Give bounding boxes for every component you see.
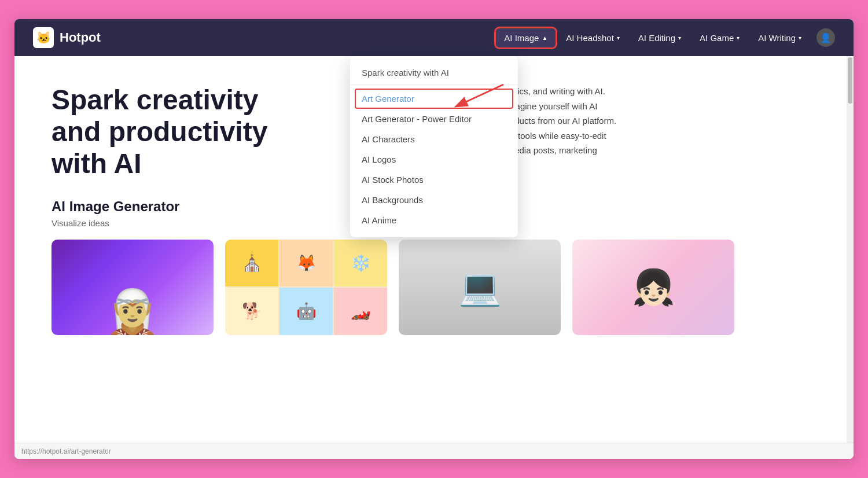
browser-window: 🐱 Hotpot AI Image ▲ AI Headshot ▾ AI Edi… (14, 19, 854, 459)
dropdown-header: Spark creativity with AI (350, 63, 518, 85)
hero-title: Spark creativity and productivity with A… (52, 84, 295, 180)
user-avatar[interactable]: 👤 (816, 28, 835, 47)
chevron-down-icon-4: ▾ (799, 35, 801, 41)
brand-icon-symbol: 🐱 (36, 31, 51, 45)
dropdown-item-ai-characters[interactable]: AI Characters (350, 129, 518, 149)
nav-item-ai-headshot[interactable]: AI Headshot ▾ (558, 28, 628, 47)
scrollbar-thumb[interactable] (848, 57, 852, 104)
status-url: https://hotpot.ai/art-generator (21, 447, 111, 455)
dropdown-item-art-generator-power[interactable]: Art Generator - Power Editor (350, 109, 518, 129)
dropdown-item-ai-anime[interactable]: AI Anime (350, 210, 518, 230)
navbar: 🐱 Hotpot AI Image ▲ AI Headshot ▾ AI Edi… (14, 19, 854, 56)
ai-image-dropdown: Spark creativity with AI Art Generator A… (350, 56, 518, 237)
scrollbar[interactable] (847, 56, 854, 459)
chevron-up-icon: ▲ (542, 35, 547, 41)
nav-item-ai-game-label: AI Game (700, 33, 734, 43)
dropdown-item-art-generator[interactable]: Art Generator (355, 89, 513, 109)
nav-item-ai-editing[interactable]: AI Editing ▾ (630, 28, 689, 47)
nav-item-ai-writing-label: AI Writing (758, 33, 796, 43)
nav-item-ai-game[interactable]: AI Game ▾ (692, 28, 748, 47)
anime-emoji: 👧🏻 (632, 267, 675, 308)
brand-logo[interactable]: 🐱 Hotpot (33, 27, 101, 48)
icons-cell-6: 🏎️ (334, 288, 387, 335)
hero-description-text: Hotp… graphics, and writing with AI. Vis… (466, 84, 816, 172)
image-card-elf[interactable] (52, 240, 214, 335)
image-card-icons[interactable]: ⛪ 🦊 ❄️ 🐕 🤖 🏎️ (225, 240, 387, 335)
laptop-emoji: 💻 (458, 267, 502, 308)
nav-item-ai-editing-label: AI Editing (638, 33, 675, 43)
chevron-down-icon: ▾ (617, 35, 620, 41)
icons-cell-4: 🐕 (225, 288, 278, 335)
nav-item-ai-headshot-label: AI Headshot (566, 33, 614, 43)
status-bar: https://hotpot.ai/art-generator (14, 443, 854, 459)
icons-cell-1: ⛪ (225, 240, 278, 287)
dropdown-item-ai-logos[interactable]: AI Logos (350, 149, 518, 170)
chevron-down-icon-3: ▾ (737, 35, 740, 41)
nav-item-ai-writing[interactable]: AI Writing ▾ (750, 28, 810, 47)
brand-name: Hotpot (60, 30, 101, 45)
nav-item-ai-image[interactable]: AI Image ▲ (496, 28, 556, 47)
brand-icon: 🐱 (33, 27, 54, 48)
icons-cell-5: 🤖 (279, 288, 333, 335)
chevron-down-icon-2: ▾ (678, 35, 681, 41)
icons-cell-3: ❄️ (334, 240, 387, 287)
dropdown-item-ai-backgrounds[interactable]: AI Backgrounds (350, 190, 518, 210)
nav-item-ai-image-label: AI Image (504, 33, 539, 43)
image-grid: ⛪ 🦊 ❄️ 🐕 🤖 🏎️ 💻 👧🏻 (52, 240, 816, 335)
hero-description: Hotp… graphics, and writing with AI. Vis… (466, 84, 816, 172)
avatar-icon: 👤 (820, 32, 832, 43)
image-card-laptop[interactable]: 💻 (399, 240, 561, 335)
nav-links: AI Image ▲ AI Headshot ▾ AI Editing ▾ AI… (496, 28, 810, 47)
icons-cell-2: 🦊 (279, 240, 333, 287)
image-card-anime[interactable]: 👧🏻 (572, 240, 734, 335)
dropdown-item-ai-stock-photos[interactable]: AI Stock Photos (350, 170, 518, 190)
